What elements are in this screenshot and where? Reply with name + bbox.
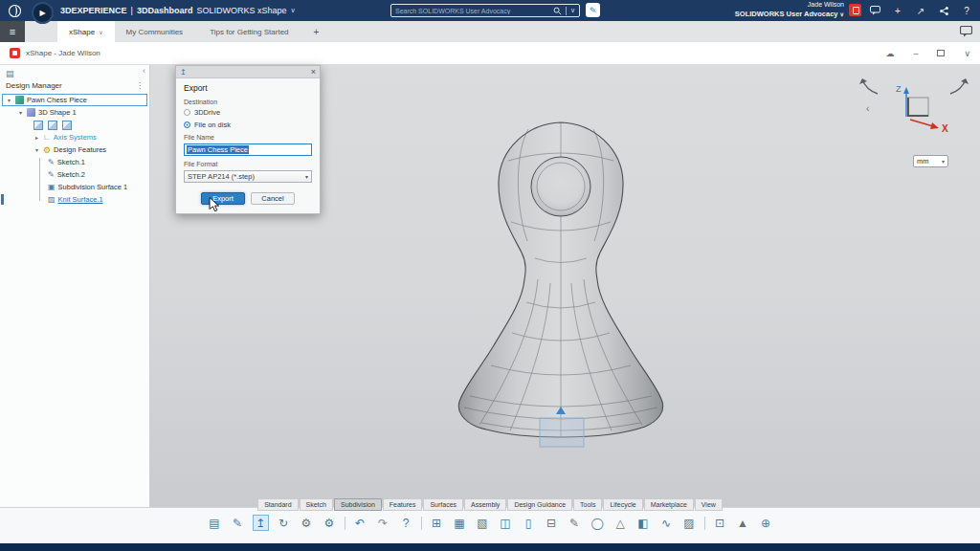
toolbar-icon[interactable]: ∿ [658, 515, 675, 531]
share-icon[interactable]: ↗ [915, 5, 926, 16]
ribbon-tab[interactable]: Design Guidance [507, 498, 572, 511]
chat-icon[interactable] [960, 21, 980, 42]
compose-button[interactable]: ✎ [586, 3, 600, 17]
tree-item-feature[interactable]: ▨ Knit Surface.1 [0, 193, 149, 206]
toolbar-icon[interactable]: ⚙ [299, 515, 315, 531]
nav-back-chevron-icon[interactable]: ‹ [866, 103, 869, 114]
app-name[interactable]: SOLIDWORKS xShape [196, 6, 286, 15]
toolbar-icon[interactable] [421, 517, 422, 530]
tree-item-root[interactable]: ▾ Pawn Chess Piece [2, 94, 147, 106]
share-network-icon[interactable] [938, 5, 949, 16]
toolbar-icon[interactable]: ▦ [452, 515, 468, 531]
tree-item-shape[interactable]: ▾ 3D Shape 1 [0, 106, 149, 119]
orbit-right-arrow-icon[interactable] [950, 78, 969, 94]
global-search[interactable]: Search SOLIDWORKS User Advocacy ∨ [390, 4, 580, 17]
tree-item-feature[interactable]: ▣ Subdivision Surface 1 [0, 181, 149, 193]
maximize-icon[interactable] [937, 50, 945, 56]
orbit-left-arrow-icon[interactable] [859, 78, 878, 94]
3dplay-badge[interactable]: ▶ [32, 2, 54, 24]
plane-yz-icon[interactable] [48, 121, 57, 130]
toolbar-icon[interactable] [345, 517, 345, 530]
toolbar-icon[interactable]: ▧ [475, 515, 491, 531]
toolbar-icon[interactable]: ✎ [567, 515, 583, 531]
toolbar-icon[interactable]: ⊕ [758, 515, 774, 531]
ribbon-tab[interactable]: Surfaces [423, 498, 463, 511]
toolbar-icon[interactable]: ↷ [375, 515, 391, 531]
user-identity[interactable]: Jade Wilson SOLIDWORKS User Advocacy ∨ [735, 1, 844, 18]
sheet-list-icon[interactable]: ▤ [6, 69, 14, 78]
toolbar-icon[interactable]: ⊟ [544, 515, 560, 531]
workspace-tab[interactable]: My Communities [115, 21, 199, 42]
selection-region[interactable] [540, 418, 584, 447]
comment-icon[interactable] [869, 5, 880, 16]
toolbar-icon[interactable] [704, 517, 705, 530]
export-button[interactable]: Export [201, 192, 245, 205]
new-tab-button[interactable]: + [304, 21, 329, 42]
ribbon-tab[interactable]: Standard [257, 498, 298, 511]
toolbar-icon[interactable]: ⊡ [712, 515, 728, 531]
workspace-tab[interactable]: Tips for Getting Started [198, 21, 303, 42]
toolbar-icon[interactable]: ↶ [352, 515, 368, 531]
ribbon-tab[interactable]: View [695, 498, 723, 511]
kebab-menu-icon[interactable]: ⋮ [136, 81, 144, 90]
workspace-tab[interactable]: xShape ∨ [57, 21, 115, 42]
toolbar-icon[interactable]: ▨ [681, 515, 698, 531]
ribbon-tab[interactable]: Subdivision [334, 498, 382, 511]
radio-button-icon[interactable] [184, 109, 190, 116]
search-scope-chevron-icon[interactable]: ∨ [570, 7, 575, 14]
radio-file-on-disk[interactable]: File on disk [184, 121, 312, 129]
toolbar-icon[interactable]: ⊞ [429, 515, 445, 531]
app-chevron-icon[interactable]: ∨ [290, 7, 295, 14]
radio-3ddrive[interactable]: 3DDrive [184, 108, 312, 117]
toolbar-icon[interactable]: ▲ [735, 515, 751, 531]
add-icon[interactable]: + [892, 5, 903, 16]
tree-item-feature[interactable]: ✎ Sketch.2 [0, 168, 149, 181]
product-icon [15, 96, 24, 104]
file-name-label: File Name [184, 134, 312, 141]
cloud-sync-icon[interactable]: ☁ [885, 49, 894, 58]
toolbar-icon[interactable]: ▤ [207, 515, 223, 531]
ribbon-tab[interactable]: Tools [573, 498, 602, 511]
search-icon[interactable] [553, 7, 562, 15]
ribbon-tab[interactable]: Lifecycle [603, 498, 642, 511]
minimize-icon[interactable]: – [913, 49, 918, 58]
ribbon-tab[interactable]: Sketch [300, 498, 333, 511]
help-icon[interactable]: ? [961, 5, 972, 16]
file-format-select[interactable]: STEP AP214 (*.step) ▾ [184, 170, 312, 183]
toolbar-icon[interactable]: ◧ [635, 515, 652, 531]
toolbar-icon[interactable]: ▯ [521, 515, 537, 531]
units-dropdown[interactable]: mm ▾ [913, 155, 948, 167]
toolbar-icon[interactable]: ◯ [590, 515, 606, 531]
radio-button-selected-icon[interactable] [184, 121, 190, 128]
close-icon[interactable]: × [311, 67, 316, 77]
ribbon-tab[interactable]: Marketplace [644, 498, 694, 511]
plane-zx-icon[interactable] [62, 121, 72, 130]
toolbar-icon[interactable]: ↻ [276, 515, 292, 531]
notification-badge[interactable] [849, 4, 861, 16]
ribbon-tab-label: Marketplace [651, 501, 687, 508]
axis-triad[interactable]: Z X [896, 84, 948, 134]
toolbar-icon[interactable]: ? [398, 515, 414, 531]
ribbon-tab[interactable]: Features [383, 498, 423, 511]
search-placeholder[interactable]: Search SOLIDWORKS User Advocacy [395, 8, 549, 14]
file-name-input[interactable]: Pawn Chess Piece [184, 143, 312, 156]
toolbar-icon[interactable]: ✎ [230, 515, 246, 531]
hamburger-menu-button[interactable]: ≡ [0, 21, 25, 42]
expand-caret-icon[interactable]: ▾ [33, 146, 40, 153]
expand-caret-icon[interactable]: ▾ [6, 97, 12, 103]
ribbon-tab[interactable]: Assembly [464, 498, 506, 511]
dialog-titlebar[interactable]: ↥ × [176, 66, 320, 78]
tree-item-design-features[interactable]: ▾ ⚙ Design Features [0, 143, 149, 156]
panel-collapse-icon[interactable]: ‹ [143, 66, 145, 76]
collapsed-caret-icon[interactable]: ▸ [33, 134, 40, 141]
toolbar-icon[interactable]: ⚙ [322, 515, 338, 531]
expand-caret-icon[interactable]: ▾ [17, 109, 24, 116]
tree-item-axis-systems[interactable]: ▸ ∟ Axis Systems [0, 131, 149, 143]
cancel-button[interactable]: Cancel [251, 192, 295, 205]
collapse-chevron-icon[interactable]: ∨ [964, 49, 970, 58]
toolbar-icon[interactable]: △ [612, 515, 629, 531]
plane-xy-icon[interactable] [33, 121, 43, 130]
toolbar-icon[interactable]: ↥ [253, 515, 269, 531]
toolbar-icon[interactable]: ◫ [498, 515, 514, 531]
tree-item-feature[interactable]: ✎ Sketch.1 [0, 156, 149, 168]
